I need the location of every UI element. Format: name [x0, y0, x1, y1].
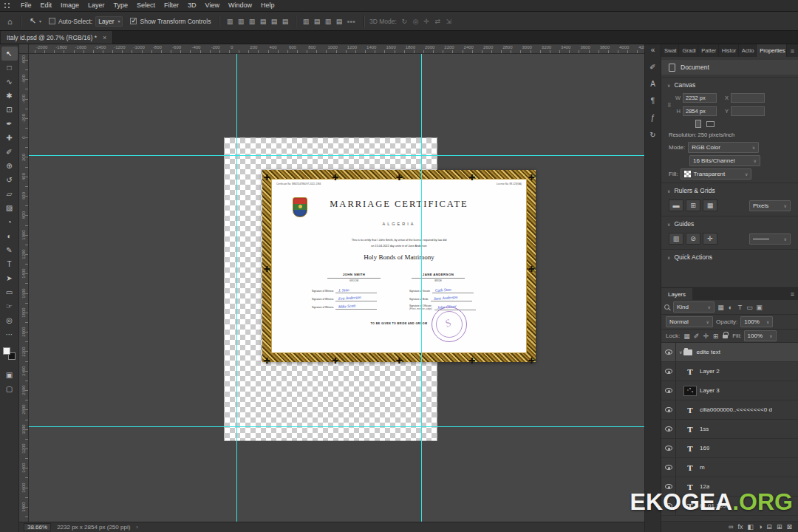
distribute-left-edges-icon[interactable]: ▥: [323, 16, 332, 26]
layer-row-group[interactable]: ∨ edite text: [661, 343, 798, 362]
align-center-horizontal-icon[interactable]: ▥: [236, 16, 245, 26]
ruler-units-select[interactable]: Pixels∨: [749, 200, 791, 211]
quick-selection-tool[interactable]: ✱: [1, 89, 18, 103]
pixel-grid-icon[interactable]: ▦: [703, 200, 717, 211]
x-field[interactable]: [731, 93, 765, 103]
blur-tool[interactable]: ◔: [1, 215, 18, 229]
menu-file[interactable]: File: [16, 0, 36, 11]
quick-mask-icon[interactable]: ▣: [1, 368, 18, 382]
layer-visibility-icon[interactable]: [665, 349, 672, 355]
zoom-tool[interactable]: ◎: [1, 313, 18, 327]
align-top-icon[interactable]: ▤: [258, 16, 267, 26]
more-options-icon[interactable]: •••: [344, 17, 358, 26]
width-field[interactable]: 2232 px: [683, 93, 717, 103]
lock-artboard-icon[interactable]: ⊞: [711, 331, 720, 341]
ruler-vertical[interactable]: -800-600-400-200020040060080010001200140…: [19, 54, 29, 522]
guide-style-select[interactable]: ∨: [749, 233, 791, 245]
smart-guides-icon[interactable]: ✛: [703, 233, 717, 245]
zoom-level-field[interactable]: 38.66%: [24, 523, 51, 531]
screen-mode-icon[interactable]: ▢: [1, 382, 18, 396]
layer-filter-kind-select[interactable]: Kind∨: [673, 301, 715, 313]
collapse-panels-icon[interactable]: «: [651, 46, 655, 55]
height-field[interactable]: 2854 px: [683, 106, 717, 116]
y-field[interactable]: [731, 106, 765, 116]
lock-all-icon[interactable]: [720, 331, 730, 341]
lock-position-icon[interactable]: ✛: [701, 331, 711, 341]
guide-vertical[interactable]: [236, 54, 237, 522]
document-tab[interactable]: Italy id.psd @ 20.7% (RGB/16) * ×: [1, 31, 113, 44]
align-right-icon[interactable]: ▥: [247, 16, 256, 26]
canvas-viewport[interactable]: -2000-1800-1600-1400-1200-1000-800-600-4…: [19, 44, 644, 522]
menu-type[interactable]: Type: [109, 0, 133, 11]
app-launcher-icon[interactable]: [4, 2, 11, 10]
menu-image[interactable]: Image: [56, 0, 83, 11]
layer-name[interactable]: Layer 2: [700, 368, 720, 375]
crop-tool[interactable]: ⊡: [1, 103, 18, 117]
grid-toggle-icon[interactable]: ⊞: [686, 200, 700, 211]
ruler-horizontal[interactable]: -2000-1800-1600-1400-1200-1000-800-600-4…: [29, 44, 644, 54]
new-layer-icon[interactable]: ⊞: [777, 522, 782, 532]
fill-opacity-select[interactable]: 100%∨: [744, 330, 777, 341]
gradient-tool[interactable]: ▨: [1, 201, 18, 215]
brush-settings-icon[interactable]: ✐: [649, 63, 655, 72]
ruler-toggle-icon[interactable]: ▬: [669, 200, 683, 211]
layers-menu-icon[interactable]: ≡: [787, 288, 798, 300]
more-tools-icon[interactable]: ⋯: [1, 327, 18, 341]
eyedropper-tool[interactable]: ✒: [1, 117, 18, 131]
auto-select-checkbox[interactable]: [49, 18, 55, 24]
show-transform-checkbox[interactable]: [130, 18, 137, 24]
type-tool[interactable]: T: [1, 257, 18, 271]
layer-row[interactable]: T m: [661, 458, 798, 477]
character-panel-icon[interactable]: A: [650, 80, 655, 89]
hand-tool[interactable]: ☞: [1, 299, 18, 313]
pan-3d-icon[interactable]: ✛: [422, 16, 432, 26]
adjustment-layer-filter-icon[interactable]: ◐: [726, 302, 735, 312]
guide-horizontal[interactable]: [29, 155, 644, 156]
tool-preset-caret-icon[interactable]: ▾: [39, 18, 41, 24]
tab-swatches[interactable]: Swat: [661, 44, 679, 57]
history-panel-icon[interactable]: ↻: [649, 131, 655, 140]
link-layers-icon[interactable]: ∞: [729, 522, 733, 532]
home-icon[interactable]: ⌂: [4, 17, 16, 26]
layer-effects-icon[interactable]: fx: [737, 522, 743, 532]
layer-mask-icon[interactable]: ◧: [747, 522, 754, 532]
layer-group-icon[interactable]: ⊟: [766, 522, 772, 532]
blend-mode-select[interactable]: Normal∨: [666, 316, 713, 327]
layer-name[interactable]: cilla0000000..<<<<<<<<0 d: [700, 406, 772, 413]
guides-toggle-icon[interactable]: ▥: [669, 233, 683, 245]
scale-3d-icon[interactable]: ⇲: [444, 16, 454, 26]
group-expand-caret[interactable]: ∨: [679, 349, 682, 355]
menu-layer[interactable]: Layer: [83, 0, 109, 11]
tab-layers[interactable]: Layers: [661, 288, 692, 300]
menu-help[interactable]: Help: [256, 0, 279, 11]
tab-gradients[interactable]: Gradi: [679, 44, 698, 57]
distribute-horizontal-icon[interactable]: ▥: [301, 16, 310, 26]
panel-menu-icon[interactable]: ≡: [787, 44, 798, 57]
roll-3d-icon[interactable]: ◎: [411, 16, 420, 26]
certificate-image[interactable]: Certificate No. WB2554786097-2022-1384 L…: [262, 170, 536, 362]
distribute-vertical-icon[interactable]: ▤: [312, 16, 321, 26]
brush-tool[interactable]: ✐: [1, 145, 18, 159]
color-mode-select[interactable]: RGB Color∨: [688, 142, 759, 153]
layer-row[interactable]: Layer 3: [661, 381, 798, 400]
layer-name[interactable]: m: [700, 464, 705, 471]
clone-stamp-tool[interactable]: ⊕: [1, 159, 18, 173]
move-tool-icon[interactable]: ↖: [27, 16, 39, 26]
layer-row[interactable]: T cilla0000000..<<<<<<<<0 d: [661, 400, 798, 420]
move-tool[interactable]: ↖: [1, 47, 18, 61]
paragraph-panel-icon[interactable]: ¶: [651, 97, 655, 106]
landscape-orientation-icon[interactable]: [706, 121, 715, 127]
menu-filter[interactable]: Filter: [160, 0, 183, 11]
slide-3d-icon[interactable]: ⇄: [433, 16, 443, 26]
section-canvas[interactable]: ∨Canvas: [661, 77, 798, 92]
link-dimensions-icon[interactable]: ∞: [666, 101, 673, 109]
adjustment-layer-icon[interactable]: ◑: [758, 522, 762, 532]
status-caret-icon[interactable]: ›: [136, 524, 138, 531]
menu-view[interactable]: View: [201, 0, 224, 11]
layer-visibility-icon[interactable]: [665, 446, 672, 451]
guide-horizontal[interactable]: [29, 426, 644, 427]
opacity-select[interactable]: 100%∨: [740, 316, 773, 327]
spot-healing-brush-tool[interactable]: ✚: [1, 131, 18, 145]
auto-select-target-select[interactable]: Layer▾: [95, 16, 123, 27]
lasso-tool[interactable]: ∿: [1, 75, 18, 89]
